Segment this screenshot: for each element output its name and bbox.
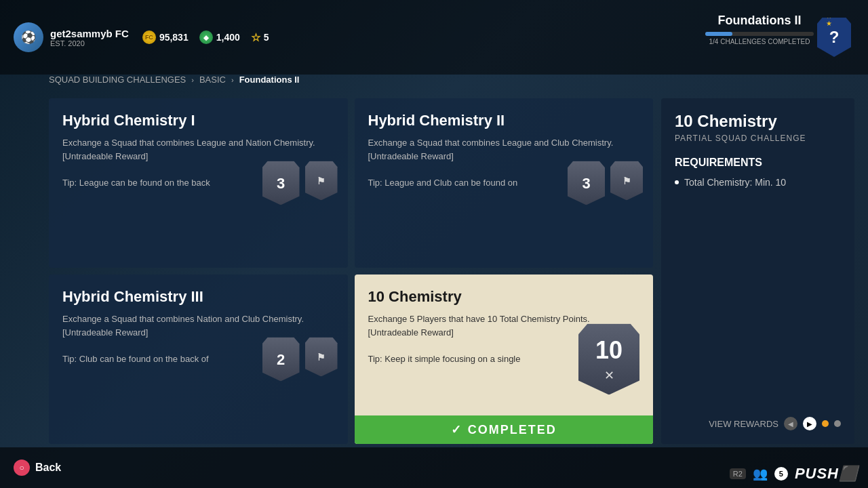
view-rewards-bar: VIEW REWARDS ◀ ▶ xyxy=(675,417,841,430)
progress-bar xyxy=(705,32,814,36)
help-badge-shape[interactable]: ★ ★ ? xyxy=(817,18,851,57)
reward-badge-3b: ⚑ xyxy=(305,338,338,377)
progress-text: 1/4 CHALLENGES COMPLETED xyxy=(705,38,814,45)
reward-badge-3a: 2 xyxy=(262,338,300,382)
club-text: get2sammyb FC EST. 2020 xyxy=(50,28,129,47)
currency-items: FC 95,831 ◆ 1,400 ☆ 5 xyxy=(142,30,269,44)
challenges-grid: Hybrid Chemistry I Exchange a Squad that… xyxy=(49,98,653,444)
requirement-text-1: Total Chemistry: Min. 10 xyxy=(684,177,786,188)
bottombar: ○ Back R2 👥 5 PUSH⬛ xyxy=(0,447,868,488)
people-count: 5 xyxy=(774,467,788,481)
r2-badge: R2 xyxy=(730,468,746,479)
stars-above: ★ ★ xyxy=(826,12,843,27)
reward-badge-1a: 3 xyxy=(262,161,300,205)
club-est: EST. 2020 xyxy=(50,39,129,47)
completed-banner: ✓ COMPLETED xyxy=(355,415,654,444)
requirements-title: REQUIREMENTS xyxy=(675,157,841,169)
breadcrumb-sep1: › xyxy=(191,76,194,84)
back-circle-icon: ○ xyxy=(14,460,30,476)
point-icon: ◆ xyxy=(199,30,213,44)
points-item: ◆ 1,400 xyxy=(199,30,240,44)
points-value: 1,400 xyxy=(216,32,240,43)
right-panel-title: 10 Chemistry xyxy=(675,112,841,131)
people-icon: 👥 xyxy=(753,466,768,481)
challenge-rewards-2: 3 ⚑ xyxy=(568,161,643,205)
reward-badge-2b: ⚑ xyxy=(610,161,643,201)
challenge-card-hybrid-3[interactable]: Hybrid Chemistry III Exchange a Squad th… xyxy=(49,274,348,444)
challenge-card-hybrid-1[interactable]: Hybrid Chemistry I Exchange a Squad that… xyxy=(49,98,348,268)
reward-num-3a: 2 xyxy=(277,350,285,368)
reward-icon-2b: ⚑ xyxy=(623,176,631,186)
reward-num-2a: 3 xyxy=(582,174,590,192)
club-logo-icon: ⚽ xyxy=(14,22,43,52)
bottom-right: R2 👥 5 PUSH⬛ xyxy=(730,465,858,483)
breadcrumb: SQUAD BUILDING CHALLENGES › BASIC › Foun… xyxy=(49,75,299,85)
challenge-title-2: Hybrid Chemistry II xyxy=(368,112,640,129)
nav-dot-1 xyxy=(822,420,829,427)
reward-num-1a: 3 xyxy=(277,174,285,192)
challenge-card-hybrid-2[interactable]: Hybrid Chemistry II Exchange a Squad tha… xyxy=(355,98,654,268)
completed-label: COMPLETED xyxy=(468,423,557,437)
right-panel: 10 Chemistry PARTIAL SQUAD CHALLENGE REQ… xyxy=(661,98,854,444)
challenge-rewards-1: 3 ⚑ xyxy=(262,161,338,205)
help-icon-container[interactable]: ★ ★ ? xyxy=(814,14,854,61)
reward-icon-1b: ⚑ xyxy=(317,176,326,186)
coins-value: 95,831 xyxy=(159,32,189,43)
back-button[interactable]: ○ Back xyxy=(14,460,61,476)
challenge-card-10chem[interactable]: 10 Chemistry Exchange 5 Players that hav… xyxy=(355,274,654,444)
nav-next-arrow[interactable]: ▶ xyxy=(803,417,816,430)
coins-item: FC 95,831 xyxy=(142,30,189,44)
club-logo-emoji: ⚽ xyxy=(21,30,36,45)
requirement-item-1: Total Chemistry: Min. 10 xyxy=(675,177,841,188)
breadcrumb-item2[interactable]: BASIC xyxy=(199,75,226,85)
foundations-title: Foundations II xyxy=(705,14,814,28)
main-content: Hybrid Chemistry I Exchange a Squad that… xyxy=(49,98,854,444)
right-panel-subtitle: PARTIAL SQUAD CHALLENGE xyxy=(675,134,841,143)
stars-item: ☆ 5 xyxy=(251,31,269,44)
nav-dot-2 xyxy=(834,420,841,427)
reward-badge-2a: 3 xyxy=(568,161,605,205)
checkmark-icon: ✓ xyxy=(451,422,462,437)
club-info: ⚽ get2sammyb FC EST. 2020 xyxy=(14,22,129,52)
challenge-title-4: 10 Chemistry xyxy=(368,288,640,306)
bullet-icon xyxy=(675,180,679,184)
big-badge-num: 10 xyxy=(595,336,623,365)
club-name: get2sammyb FC xyxy=(50,28,129,39)
reward-badge-1b: ⚑ xyxy=(305,161,338,201)
foundations-panel: Foundations II 1/4 CHALLENGES COMPLETED xyxy=(705,14,814,45)
challenge-title-3: Hybrid Chemistry III xyxy=(62,288,334,306)
challenge-title-1: Hybrid Chemistry I xyxy=(62,112,334,129)
stars-value: 5 xyxy=(264,32,269,43)
help-badge[interactable]: ★ ★ ? xyxy=(814,14,854,61)
big-reward: 10 ✕ xyxy=(578,324,639,395)
nav-prev-arrow[interactable]: ◀ xyxy=(784,417,797,430)
big-badge: 10 ✕ xyxy=(578,324,639,395)
view-rewards-label: VIEW REWARDS xyxy=(709,419,778,429)
progress-bar-fill xyxy=(705,32,732,36)
topbar: ⚽ get2sammyb FC EST. 2020 FC 95,831 ◆ 1,… xyxy=(0,0,868,75)
help-label: ? xyxy=(829,28,840,47)
coin-icon: FC xyxy=(142,30,156,44)
challenge-rewards-3: 2 ⚑ xyxy=(262,338,338,382)
big-badge-icon: ✕ xyxy=(604,368,614,383)
reward-icon-3b: ⚑ xyxy=(317,352,326,363)
push-logo: PUSH⬛ xyxy=(795,465,858,483)
breadcrumb-item3: Foundations II xyxy=(239,75,300,85)
breadcrumb-item1[interactable]: SQUAD BUILDING CHALLENGES xyxy=(49,75,186,85)
back-label: Back xyxy=(35,462,61,474)
breadcrumb-sep2: › xyxy=(231,76,234,84)
star-icon: ☆ xyxy=(251,31,260,44)
